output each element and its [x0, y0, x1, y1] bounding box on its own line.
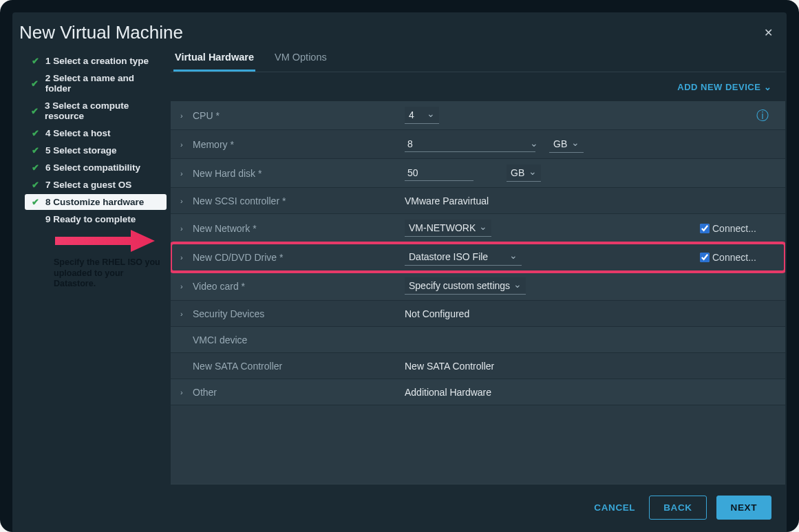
value-sata: New SATA Controller — [405, 361, 776, 372]
dialog-title: New Virtual Machine — [19, 22, 183, 43]
value-security: Not Configured — [405, 308, 776, 319]
label-video: Video card * — [193, 281, 399, 292]
row-video: › Video card * Specify custom settings — [171, 272, 785, 301]
label-scsi: New SCSI controller * — [193, 195, 399, 206]
hardware-list: › CPU * 4 ⓘ › Memory * GB — [171, 101, 785, 484]
back-button[interactable]: BACK — [649, 496, 706, 520]
cddvd-connect-checkbox[interactable] — [700, 253, 710, 262]
check-icon: ✔ — [30, 78, 40, 89]
wizard-step-1[interactable]: ✔1 Select a creation type — [25, 53, 167, 69]
row-scsi: › New SCSI controller * VMware Paravirtu… — [171, 188, 785, 214]
chevron-right-icon[interactable]: › — [180, 388, 187, 396]
label-memory: Memory * — [193, 139, 399, 150]
cddvd-connect-label: Connect... — [712, 252, 756, 263]
label-sata: New SATA Controller — [193, 361, 399, 372]
row-vmci: › VMCI device — [171, 327, 785, 353]
tab-virtual-hardware[interactable]: Virtual Hardware — [173, 46, 255, 72]
wizard-step-3[interactable]: ✔3 Select a compute resource — [25, 98, 167, 124]
chevron-right-icon[interactable]: › — [180, 282, 187, 290]
check-icon: ✔ — [30, 128, 40, 138]
row-hard-disk: › New Hard disk * GB — [171, 159, 785, 188]
label-cpu: CPU * — [193, 110, 399, 121]
check-icon: ✔ — [30, 162, 40, 173]
check-icon: ✔ — [30, 180, 40, 190]
network-connect-label: Connect... — [712, 223, 756, 234]
wizard-step-7[interactable]: ✔7 Select a guest OS — [25, 177, 167, 193]
chevron-right-icon[interactable]: › — [180, 111, 187, 120]
row-memory: › Memory * GB — [171, 130, 785, 159]
cddvd-select[interactable]: Datastore ISO File — [405, 248, 522, 266]
add-new-device-button[interactable]: ADD NEW DEVICE ⌄ — [677, 82, 771, 92]
info-icon[interactable]: ⓘ — [756, 107, 769, 124]
disk-size-input[interactable] — [405, 165, 473, 181]
wizard-step-8[interactable]: ✔8 Customize hardware — [25, 194, 167, 210]
chevron-right-icon[interactable]: › — [180, 197, 187, 205]
chevron-down-icon: ⌄ — [764, 82, 772, 92]
wizard-step-6[interactable]: ✔6 Select compatibility — [25, 160, 167, 175]
value-other: Additional Hardware — [405, 387, 776, 398]
close-icon[interactable]: ✕ — [764, 26, 773, 39]
label-network: New Network * — [193, 223, 399, 234]
value-scsi: VMware Paravirtual — [405, 195, 776, 206]
wizard-step-2[interactable]: ✔2 Select a name and folder — [25, 70, 167, 96]
network-select[interactable]: VM-NETWORK — [405, 220, 491, 237]
annotation-text: Specify the RHEL ISO you uploaded to you… — [54, 257, 164, 290]
tab-bar: Virtual Hardware VM Options — [171, 46, 785, 72]
memory-input[interactable] — [405, 136, 535, 152]
wizard-step-9[interactable]: ✔9 Ready to complete — [25, 211, 167, 227]
label-other: Other — [193, 387, 399, 398]
check-icon: ✔ — [30, 197, 40, 207]
row-cd-dvd: › New CD/DVD Drive * Datastore ISO File … — [171, 243, 785, 272]
label-vmci: VMCI device — [193, 334, 399, 345]
label-disk: New Hard disk * — [193, 168, 399, 179]
row-security: › Security Devices Not Configured — [171, 301, 785, 327]
chevron-right-icon[interactable]: › — [180, 140, 187, 149]
label-security: Security Devices — [193, 308, 399, 319]
disk-unit-select[interactable]: GB — [507, 164, 541, 182]
row-network: › New Network * VM-NETWORK Connect... — [171, 214, 785, 243]
row-other: › Other Additional Hardware — [171, 379, 785, 405]
chevron-right-icon[interactable]: › — [180, 169, 187, 178]
row-cpu: › CPU * 4 ⓘ — [171, 101, 785, 130]
label-cddvd: New CD/DVD Drive * — [193, 252, 399, 263]
network-connect-checkbox[interactable] — [700, 224, 710, 233]
tab-vm-options[interactable]: VM Options — [273, 46, 328, 72]
check-icon: ✔ — [30, 106, 39, 116]
check-icon: ✔ — [30, 56, 40, 66]
video-select[interactable]: Specify custom settings — [405, 277, 526, 295]
next-button[interactable]: NEXT — [716, 496, 771, 520]
cpu-select[interactable]: 4 — [405, 107, 439, 124]
wizard-step-5[interactable]: ✔5 Select storage — [25, 142, 167, 158]
cancel-button[interactable]: CANCEL — [590, 497, 639, 518]
wizard-step-4[interactable]: ✔4 Select a host — [25, 125, 167, 141]
chevron-right-icon[interactable]: › — [180, 253, 187, 262]
check-icon: ✔ — [30, 145, 40, 156]
chevron-right-icon[interactable]: › — [180, 224, 187, 233]
memory-unit-select[interactable]: GB — [549, 136, 584, 153]
row-sata: › New SATA Controller New SATA Controlle… — [171, 353, 785, 379]
chevron-right-icon[interactable]: › — [180, 310, 187, 318]
dialog-footer: CANCEL BACK NEXT — [171, 484, 785, 532]
